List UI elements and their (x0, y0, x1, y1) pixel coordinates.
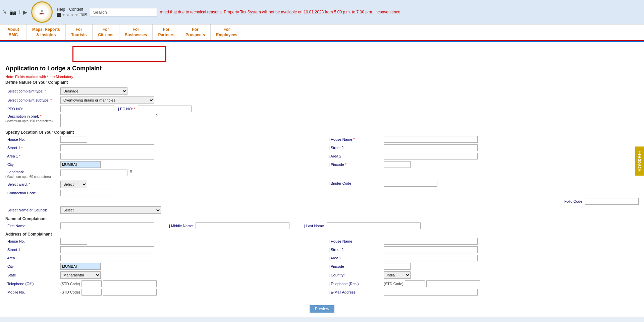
addr-area2-input[interactable] (384, 255, 478, 261)
house-no-label-loc: | House No. (5, 137, 59, 141)
preview-button[interactable]: Preview (310, 305, 335, 313)
description-row: | Description in brief: *(Maximum upto 1… (5, 114, 639, 127)
last-name-input[interactable] (327, 222, 421, 229)
pincode-row-loc: | Pincode * (329, 161, 639, 168)
addr-tel-res-input[interactable] (426, 280, 480, 287)
top-bar: 𝕏 📷 f ▶ 🏛️BMC Help Content ★ ★ ★ ★ मराठी… (0, 0, 644, 24)
complaint-subtype-row: | Select complaint subtype: * Overflowin… (5, 96, 639, 104)
nav-about-bmc[interactable]: AboutBMC (0, 24, 27, 40)
nav-citizens[interactable]: ForCitizens (93, 24, 119, 40)
house-name-label-loc: | House Name * (329, 137, 382, 141)
addr-street1-label: | Street 1 (5, 248, 59, 252)
addr-house-no-input[interactable] (60, 238, 87, 245)
section1-label: Define Nature Of Your Complaint (5, 80, 639, 85)
nav-businesses[interactable]: ForBusinesses (119, 24, 153, 40)
addr-street1-input[interactable] (60, 246, 154, 253)
addr-tel-off-row: | Telephone (Off.) (STD Code) (5, 280, 322, 287)
addr-area1-input[interactable] (60, 255, 154, 261)
addr-house-no-label: | House No. (5, 239, 59, 243)
addr-area1-row: | Area 1 (5, 255, 322, 261)
addr-city-input[interactable] (60, 263, 101, 270)
section4-label: Address of Complainant (5, 232, 639, 237)
marathi-label[interactable]: मराठी (79, 12, 87, 17)
addr-email-row: | E-Mail Address (329, 289, 639, 296)
section3-label: Name of Complainant (5, 216, 639, 221)
nav-maps-reports[interactable]: Maps, Reports& Insights (27, 24, 66, 40)
street1-row-loc: | Street 1 * (5, 144, 322, 151)
addr-std-mob-input[interactable] (82, 289, 102, 296)
description-char-count: 0 (156, 114, 158, 118)
addr-state-select[interactable]: Maharashtra Gujarat (60, 271, 101, 279)
feedback-tab[interactable]: Feedback (635, 146, 644, 176)
page-title: Application to Lodge a Complaint (5, 65, 639, 72)
house-no-input-loc[interactable] (60, 136, 87, 143)
street1-input-loc[interactable] (60, 144, 154, 151)
folio-code-label: | Folio Code (562, 199, 582, 203)
complaint-type-select[interactable]: Drainage Water Roads (60, 87, 127, 95)
connection-code-input[interactable] (60, 190, 114, 196)
complaint-type-label: | Select complaint type: * (5, 89, 59, 93)
addr-tel-off-input[interactable] (103, 280, 157, 287)
addr-street2-input[interactable] (384, 246, 478, 253)
ec-label: | EC NO: * (118, 107, 135, 111)
area1-label-loc: | Area 1 * (5, 154, 59, 158)
font-size-box[interactable] (57, 13, 61, 17)
street2-input-loc[interactable] (384, 144, 478, 151)
addr-std-res-input[interactable] (405, 280, 425, 287)
council-select[interactable]: Select (60, 206, 161, 214)
area1-input-loc[interactable] (60, 153, 154, 159)
instagram-icon[interactable]: 📷 (10, 9, 16, 15)
help-link[interactable]: Help (57, 7, 65, 12)
first-name-input[interactable] (60, 222, 154, 229)
select-ward-dropdown[interactable]: Select (60, 181, 87, 188)
facebook-icon[interactable]: f (19, 9, 20, 15)
star2: ★ (66, 13, 69, 17)
description-textarea[interactable] (60, 114, 154, 127)
addr-std-off-input[interactable] (82, 280, 102, 287)
ppo-ec-row: | PPO NO: | EC NO: * (5, 106, 639, 112)
complaint-subtype-select[interactable]: Overflowing drains or manholes Blocked d… (60, 96, 154, 104)
ppo-input[interactable] (60, 106, 114, 112)
twitter-icon[interactable]: 𝕏 (3, 9, 7, 15)
content-link[interactable]: Content (69, 7, 83, 12)
nav-tourists[interactable]: ForTourists (66, 24, 93, 40)
house-name-input-loc[interactable] (384, 136, 478, 143)
select-ward-label: | Select ward: * (5, 182, 59, 186)
preview-row: Preview (5, 301, 639, 313)
ec-input[interactable] (138, 106, 192, 112)
note-text: Note: Fields marked with * are Mandatory (5, 75, 639, 79)
addr-tel-off-label: | Telephone (Off.) (5, 282, 59, 286)
nav-employees[interactable]: ForEmployees (211, 24, 243, 40)
pincode-input-loc[interactable] (384, 161, 411, 168)
logo-area: 🏛️BMC (31, 1, 53, 23)
landmark-char-count: 0 (130, 170, 132, 173)
nav-prospects[interactable]: ForProspects (180, 24, 211, 40)
complaint-subtype-label: | Select complaint subtype: * (5, 98, 59, 102)
middle-name-input[interactable] (196, 222, 289, 229)
last-name-label: | Last Name (304, 224, 324, 228)
folio-code-row: | Folio Code (5, 198, 639, 205)
highlighted-search-area (72, 46, 166, 62)
nav-partners[interactable]: ForPartners (153, 24, 180, 40)
area2-input-loc[interactable] (384, 153, 478, 159)
landmark-input[interactable] (60, 170, 127, 176)
addr-house-name-input[interactable] (384, 238, 478, 245)
landmark-row: | Landmark(Maximum upto 60 characters) 0 (5, 170, 322, 179)
folio-code-input[interactable] (585, 198, 639, 205)
addr-mobile-input[interactable] (103, 289, 157, 296)
city-label-loc: | City (5, 163, 59, 167)
addr-pincode-row: | Pincode (329, 263, 639, 270)
nav-bar: AboutBMC Maps, Reports& Insights ForTour… (0, 24, 644, 41)
addr-pincode-input[interactable] (384, 263, 411, 270)
address-table: | House No. | Street 1 | Area 1 | City |… (5, 238, 639, 297)
binder-code-input[interactable] (384, 180, 437, 187)
search-input[interactable] (90, 8, 157, 16)
addr-house-name-row: | House Name (329, 238, 639, 245)
addr-email-input[interactable] (384, 289, 478, 296)
addr-state-row: | State Maharashtra Gujarat (5, 271, 322, 279)
city-input-loc[interactable] (60, 161, 101, 168)
house-no-row-loc: | House No. (5, 136, 322, 143)
font-controls: ★ ★ ★ ★ मराठी (57, 12, 87, 17)
youtube-icon[interactable]: ▶ (23, 9, 27, 15)
addr-country-select[interactable]: India USA (384, 271, 411, 279)
